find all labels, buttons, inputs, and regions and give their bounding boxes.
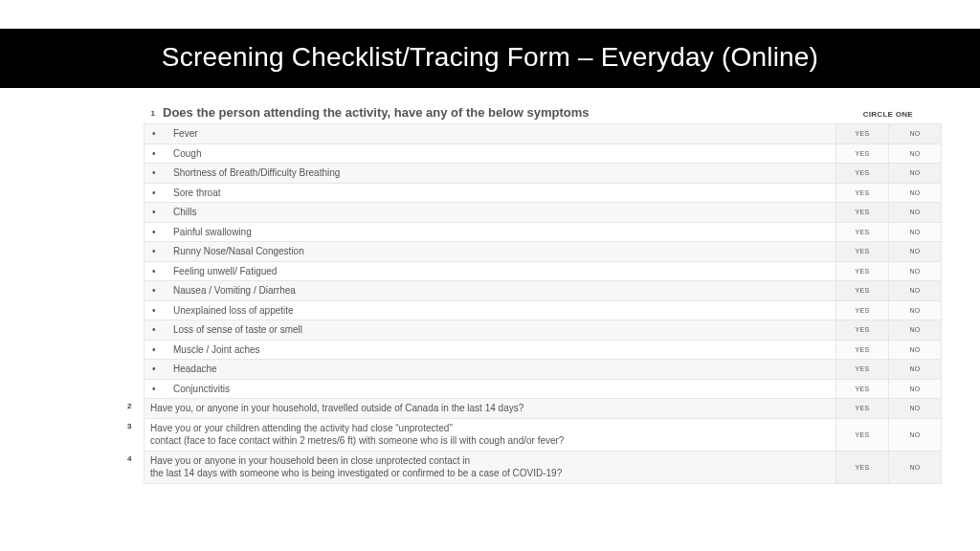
q1-header-row: 1 Does the person attending the activity… [144,105,942,120]
checklist-table: •FeverYESNO•CoughYESNO•Shortness of Brea… [144,123,942,484]
symptom-cell: •Fever [145,124,835,143]
symptom-cell: •Feeling unwell/ Fatigued [145,262,835,281]
yes-cell[interactable]: YES [835,184,888,203]
question-row: 4Have you or anyone in your household be… [145,451,941,483]
symptom-cell: •Muscle / Joint aches [145,341,835,360]
symptom-label: Conjunctivitis [173,383,230,396]
yes-cell[interactable]: YES [835,203,888,222]
bullet-icon: • [152,226,173,239]
yes-cell[interactable]: YES [835,419,888,451]
symptom-cell: •Sore throat [145,184,835,203]
bullet-icon: • [152,187,173,200]
yes-cell[interactable]: YES [835,452,888,483]
question-number: 2 [127,402,131,410]
question-number: 3 [127,422,131,430]
no-cell[interactable]: NO [888,380,941,399]
question-row: 2Have you, or anyone in your household, … [145,398,941,418]
symptom-row: •Loss of sense of taste or smellYESNO [145,320,941,340]
yes-cell[interactable]: YES [835,223,888,242]
symptom-label: Sore throat [173,187,220,200]
bullet-icon: • [152,304,173,318]
no-cell[interactable]: NO [888,124,941,143]
symptom-cell: •Runny Nose/Nasal Congestion [145,242,835,261]
symptom-label: Cough [173,147,201,161]
bullet-icon: • [152,245,173,258]
circle-one-label: CIRCLE ONE [863,110,942,119]
bullet-icon: • [152,206,173,219]
question-line2: the last 14 days with someone who is bei… [150,467,832,480]
symptom-label: Nausea / Vomiting / Diarrhea [173,284,296,298]
symptom-row: •Shortness of Breath/Difficulty Breathin… [145,163,941,183]
no-cell[interactable]: NO [888,144,941,164]
bullet-icon: • [152,284,173,298]
symptom-label: Runny Nose/Nasal Congestion [173,245,304,258]
no-cell[interactable]: NO [888,341,941,360]
question-number: 4 [127,454,131,463]
symptom-row: •HeadacheYESNO [145,359,941,379]
symptom-row: •FeverYESNO [145,123,941,143]
question-line1: Have you or your children attending the … [150,422,832,435]
symptom-row: •Painful swallowingYESNO [145,222,941,242]
symptom-cell: •Painful swallowing [145,223,835,242]
symptom-label: Chills [173,206,196,219]
symptom-row: •ConjunctivitisYESNO [145,379,941,399]
symptom-label: Loss of sense of taste or smell [173,323,302,337]
symptom-cell: •Shortness of Breath/Difficulty Breathin… [145,164,835,183]
question-cell: Have you, or anyone in your household, t… [145,399,835,418]
no-cell[interactable]: NO [888,399,941,418]
question-cell: Have you or anyone in your household bee… [145,452,835,483]
page-title: Screening Checklist/Tracing Form – Every… [0,29,980,88]
yes-cell[interactable]: YES [835,301,888,320]
no-cell[interactable]: NO [888,223,941,242]
bullet-icon: • [152,147,173,161]
symptom-cell: •Unexplained loss of appetite [145,301,835,320]
symptom-label: Muscle / Joint aches [173,343,260,357]
form-content: 1 Does the person attending the activity… [0,88,980,484]
symptom-label: Shortness of Breath/Difficulty Breathing [173,166,340,180]
q1-number: 1 [144,109,155,118]
symptom-label: Unexplained loss of appetite [173,304,294,318]
symptom-label: Feeling unwell/ Fatigued [173,265,277,278]
yes-cell[interactable]: YES [835,242,888,261]
symptom-label: Fever [173,127,198,141]
yes-cell[interactable]: YES [835,341,888,360]
question-line2: contact (face to face contact within 2 m… [150,434,832,448]
symptom-row: •CoughYESNO [145,143,941,164]
q1-text: Does the person attending the activity, … [163,105,856,120]
no-cell[interactable]: NO [888,203,941,222]
symptom-row: •Feeling unwell/ FatiguedYESNO [145,261,941,281]
no-cell[interactable]: NO [888,452,941,483]
no-cell[interactable]: NO [888,419,941,451]
symptom-row: •Runny Nose/Nasal CongestionYESNO [145,241,941,261]
no-cell[interactable]: NO [888,262,941,281]
symptom-cell: •Cough [145,144,835,164]
question-line1: Have you, or anyone in your household, t… [150,402,523,415]
symptom-cell: •Nausea / Vomiting / Diarrhea [145,281,835,300]
yes-cell[interactable]: YES [835,144,888,164]
no-cell[interactable]: NO [888,242,941,261]
yes-cell[interactable]: YES [835,399,888,418]
bullet-icon: • [152,383,173,396]
bullet-icon: • [152,323,173,337]
yes-cell[interactable]: YES [835,320,888,340]
symptom-cell: •Conjunctivitis [145,380,835,399]
symptom-cell: •Loss of sense of taste or smell [145,320,835,340]
symptom-cell: •Headache [145,360,835,379]
yes-cell[interactable]: YES [835,380,888,399]
no-cell[interactable]: NO [888,164,941,183]
yes-cell[interactable]: YES [835,164,888,183]
symptom-label: Painful swallowing [173,226,252,239]
yes-cell[interactable]: YES [835,262,888,281]
no-cell[interactable]: NO [888,301,941,320]
no-cell[interactable]: NO [888,184,941,203]
question-cell: Have you or your children attending the … [145,419,835,451]
bullet-icon: • [152,363,173,376]
no-cell[interactable]: NO [888,360,941,379]
yes-cell[interactable]: YES [835,281,888,300]
no-cell[interactable]: NO [888,281,941,300]
yes-cell[interactable]: YES [835,360,888,379]
question-row: 3Have you or your children attending the… [145,418,941,451]
no-cell[interactable]: NO [888,320,941,340]
question-line1: Have you or anyone in your household bee… [150,454,832,468]
yes-cell[interactable]: YES [835,124,888,143]
